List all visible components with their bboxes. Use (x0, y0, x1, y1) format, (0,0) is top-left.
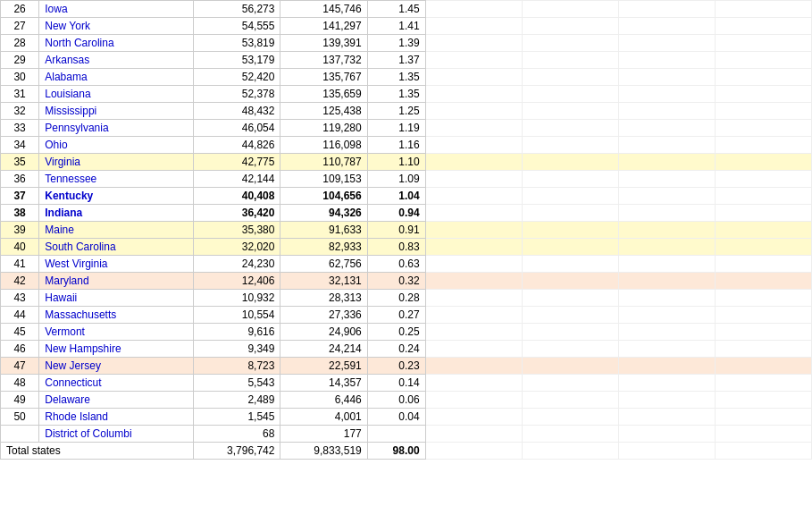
table-row: 28 North Carolina 53,819 139,391 1.39 (1, 35, 812, 52)
num2-cell: 62,756 (280, 256, 367, 273)
state-cell: Ohio (39, 137, 194, 154)
table-row: 46 New Hampshire 9,349 24,214 0.24 (1, 341, 812, 358)
state-cell: Hawaii (39, 290, 194, 307)
num2-cell: 116,098 (280, 137, 367, 154)
num2-cell: 24,214 (280, 341, 367, 358)
rank-cell: 34 (1, 137, 39, 154)
empty-col-1 (425, 324, 522, 341)
rank-cell: 42 (1, 273, 39, 290)
rank-cell: 43 (1, 290, 39, 307)
state-cell: Delaware (39, 392, 194, 409)
empty-col-2 (522, 171, 618, 188)
state-cell: Massachusetts (39, 307, 194, 324)
rank-cell: 46 (1, 341, 39, 358)
state-cell: Maine (39, 222, 194, 239)
empty-col-1 (425, 52, 522, 69)
empty-col-1 (425, 137, 522, 154)
num3-cell: 0.27 (367, 307, 425, 324)
empty-col-1 (425, 103, 522, 120)
total-num1: 3,796,742 (194, 443, 280, 460)
empty-col-2 (522, 273, 618, 290)
num3-cell: 1.25 (367, 103, 425, 120)
empty-col-4 (715, 171, 811, 188)
num2-cell: 119,280 (280, 120, 367, 137)
empty-col-2 (522, 86, 618, 103)
state-cell: South Carolina (39, 239, 194, 256)
state-cell: District of Columbi (39, 426, 194, 443)
empty-col-4 (715, 222, 811, 239)
empty-col-2 (522, 103, 618, 120)
empty-col-2 (522, 341, 618, 358)
empty-col-4 (715, 137, 811, 154)
num2-cell: 125,438 (280, 103, 367, 120)
empty-col-3 (618, 222, 715, 239)
rank-cell: 41 (1, 256, 39, 273)
num2-cell: 32,131 (280, 273, 367, 290)
state-cell: Tennessee (39, 171, 194, 188)
num1-cell: 42,775 (194, 154, 280, 171)
empty-col-1 (425, 222, 522, 239)
state-cell: Mississippi (39, 103, 194, 120)
table-row: 27 New York 54,555 141,297 1.41 (1, 18, 812, 35)
num3-cell: 0.23 (367, 358, 425, 375)
num1-cell: 52,420 (194, 69, 280, 86)
num1-cell: 9,349 (194, 341, 280, 358)
num3-cell: 1.16 (367, 137, 425, 154)
empty-col-1 (425, 188, 522, 205)
num2-cell: 91,633 (280, 222, 367, 239)
table-row: 47 New Jersey 8,723 22,591 0.23 (1, 358, 812, 375)
num3-cell: 0.24 (367, 341, 425, 358)
num2-cell: 14,357 (280, 375, 367, 392)
num3-cell: 0.83 (367, 239, 425, 256)
empty-col-1 (425, 35, 522, 52)
empty-col-2 (522, 358, 618, 375)
table-row: 34 Ohio 44,826 116,098 1.16 (1, 137, 812, 154)
empty-col-2 (522, 392, 618, 409)
num1-cell: 32,020 (194, 239, 280, 256)
num2-cell: 104,656 (280, 188, 367, 205)
empty-col-3 (618, 35, 715, 52)
empty-col-3 (618, 137, 715, 154)
data-table: 26 Iowa 56,273 145,746 1.45 27 New York … (0, 0, 812, 460)
state-cell: Alabama (39, 69, 194, 86)
table-row: 36 Tennessee 42,144 109,153 1.09 (1, 171, 812, 188)
num1-cell: 52,378 (194, 86, 280, 103)
empty-col-2 (522, 188, 618, 205)
rank-cell: 47 (1, 358, 39, 375)
num2-cell: 135,659 (280, 86, 367, 103)
num1-cell: 48,432 (194, 103, 280, 120)
num2-cell: 94,326 (280, 205, 367, 222)
empty-col-2 (522, 375, 618, 392)
table-row: 50 Rhode Island 1,545 4,001 0.04 (1, 409, 812, 426)
state-cell: Iowa (39, 1, 194, 18)
num3-cell: 1.04 (367, 188, 425, 205)
rank-cell: 31 (1, 86, 39, 103)
num3-cell: 1.39 (367, 35, 425, 52)
rank-cell: 29 (1, 52, 39, 69)
table-row: 30 Alabama 52,420 135,767 1.35 (1, 69, 812, 86)
total-num2: 9,833,519 (280, 443, 367, 460)
num3-cell: 1.19 (367, 120, 425, 137)
num3-cell: 1.41 (367, 18, 425, 35)
num1-cell: 1,545 (194, 409, 280, 426)
empty-col-4 (715, 392, 811, 409)
empty-col-4 (715, 86, 811, 103)
empty-col-3 (618, 86, 715, 103)
num1-cell: 68 (194, 426, 280, 443)
empty-col-1 (425, 409, 522, 426)
empty-col-3 (618, 18, 715, 35)
state-cell: West Virginia (39, 256, 194, 273)
empty-col-1 (425, 239, 522, 256)
table-row: 33 Pennsylvania 46,054 119,280 1.19 (1, 120, 812, 137)
empty-col-3 (618, 273, 715, 290)
rank-cell: 26 (1, 1, 39, 18)
empty-col-3 (618, 307, 715, 324)
empty-col-4 (715, 426, 811, 443)
empty-col-1 (425, 69, 522, 86)
empty-col-2 (522, 205, 618, 222)
total-num3: 98.00 (367, 443, 425, 460)
table-row: 42 Maryland 12,406 32,131 0.32 (1, 273, 812, 290)
empty-col-2 (522, 256, 618, 273)
num3-cell: 0.04 (367, 409, 425, 426)
rank-cell: 32 (1, 103, 39, 120)
